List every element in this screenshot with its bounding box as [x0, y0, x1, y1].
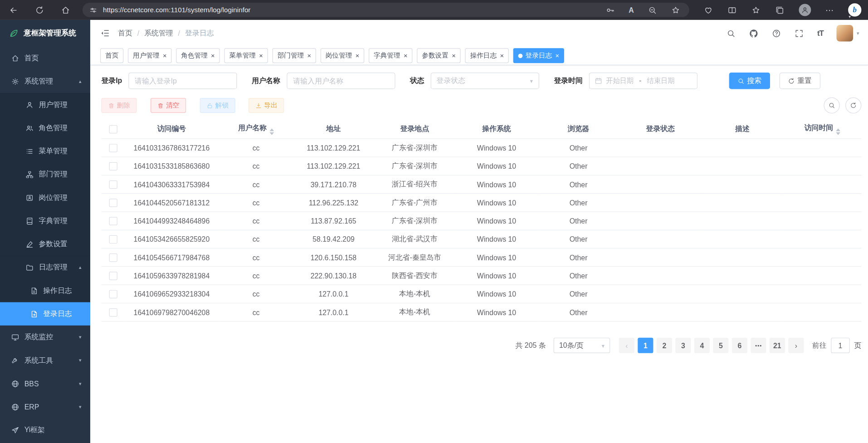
browser-menu-icon[interactable]: ⋯: [825, 6, 834, 14]
row-checkbox[interactable]: [109, 290, 117, 298]
collections-icon[interactable]: [775, 5, 785, 15]
browser-essentials-icon[interactable]: [704, 5, 713, 15]
sidebar-item[interactable]: 系统监控 ▾: [0, 326, 90, 349]
sidebar-item[interactable]: ERP ▾: [0, 395, 90, 419]
sidebar-item[interactable]: 登录日志: [0, 302, 90, 326]
close-icon[interactable]: ×: [211, 52, 215, 59]
help-icon[interactable]: [772, 29, 781, 38]
page-button[interactable]: 4: [694, 338, 710, 353]
avatar[interactable]: [837, 25, 853, 42]
close-icon[interactable]: ×: [356, 52, 360, 59]
table-row[interactable]: 1641044520567181312 cc 112.96.225.132 广东…: [101, 194, 861, 212]
tab[interactable]: 菜单管理 ×: [224, 48, 268, 63]
delete-button[interactable]: 删除: [101, 98, 137, 113]
close-icon[interactable]: ×: [556, 52, 560, 59]
unlock-button[interactable]: 解锁: [200, 98, 235, 113]
page-button[interactable]: 6: [732, 338, 747, 353]
search-button[interactable]: 搜索: [729, 73, 770, 89]
close-icon[interactable]: ×: [404, 52, 408, 59]
home-icon[interactable]: [61, 5, 70, 15]
sidebar-item[interactable]: 角色管理: [0, 116, 90, 139]
page-button[interactable]: ⋯: [751, 338, 766, 353]
sidebar-item[interactable]: Yi框架: [0, 419, 90, 442]
sidebar-item[interactable]: 系统管理 ▴: [0, 70, 90, 93]
sidebar-item[interactable]: 字典管理: [0, 209, 90, 232]
table-row[interactable]: 1641054566717984768 cc 120.6.150.158 河北省…: [101, 248, 861, 266]
close-icon[interactable]: ×: [500, 52, 504, 59]
login-ip-input[interactable]: [128, 73, 237, 89]
row-checkbox[interactable]: [109, 144, 117, 152]
zoom-out-icon[interactable]: [648, 5, 657, 15]
tab[interactable]: 操作日志 ×: [465, 48, 509, 63]
row-checkbox[interactable]: [109, 308, 117, 316]
fullscreen-icon[interactable]: [795, 29, 804, 38]
user-menu[interactable]: ▾: [837, 25, 859, 42]
read-aloud-icon[interactable]: A: [629, 6, 634, 14]
sidebar-item[interactable]: 首页: [0, 47, 90, 70]
refresh-table-button[interactable]: [845, 97, 861, 113]
row-checkbox[interactable]: [109, 162, 117, 170]
profile-avatar[interactable]: [799, 4, 811, 16]
password-key-icon[interactable]: [605, 5, 615, 15]
url-text[interactable]: https://ccnetcore.com:1101/system/log/lo…: [103, 6, 600, 14]
table-row[interactable]: 1641069652933218304 cc 127.0.0.1 本地-本机 W…: [101, 285, 861, 303]
tab[interactable]: 首页: [100, 48, 123, 63]
font-size-icon[interactable]: tT: [817, 29, 824, 38]
sidebar-item[interactable]: 用户管理: [0, 93, 90, 116]
sidebar-item[interactable]: 日志管理 ▴: [0, 256, 90, 279]
sidebar-item[interactable]: BBS ▾: [0, 372, 90, 395]
col-user[interactable]: 用户名称: [219, 120, 293, 139]
sidebar-item[interactable]: 部门管理: [0, 163, 90, 186]
sort-caret-icon[interactable]: [269, 128, 274, 135]
prev-page-button[interactable]: ‹: [619, 338, 634, 353]
goto-page-input[interactable]: [831, 338, 850, 353]
select-all-checkbox[interactable]: [109, 125, 117, 133]
copilot-bing-button[interactable]: b ▾: [848, 3, 861, 16]
page-button[interactable]: 21: [770, 338, 785, 353]
table-row[interactable]: 1641053426655825920 cc 58.19.42.209 湖北省-…: [101, 230, 861, 248]
breadcrumb-system[interactable]: 系统管理: [144, 28, 173, 38]
sort-caret-icon[interactable]: [836, 128, 840, 135]
sidebar-item[interactable]: 菜单管理: [0, 140, 90, 163]
close-icon[interactable]: ×: [163, 52, 167, 59]
show-search-button[interactable]: [824, 97, 839, 113]
close-icon[interactable]: ×: [307, 52, 312, 59]
col-time[interactable]: 访问时间: [783, 120, 861, 139]
reset-button[interactable]: 重置: [779, 73, 820, 89]
date-range-picker[interactable]: 开始日期 - 结束日期: [589, 73, 697, 89]
next-page-button[interactable]: ›: [788, 338, 804, 353]
table-row[interactable]: 1641031367863177216 cc 113.102.129.221 广…: [101, 139, 861, 157]
row-checkbox[interactable]: [109, 253, 117, 262]
row-checkbox[interactable]: [109, 235, 117, 243]
sidebar-item[interactable]: 系统工具 ▾: [0, 349, 90, 372]
table-row[interactable]: 1641043063331753984 cc 39.171.210.78 浙江省…: [101, 175, 861, 193]
page-size-select[interactable]: 10条/页 ▾: [554, 338, 610, 353]
tab[interactable]: 用户管理 ×: [128, 48, 171, 63]
split-screen-icon[interactable]: [727, 5, 737, 15]
row-checkbox[interactable]: [109, 272, 117, 280]
sidebar-item[interactable]: 参数设置: [0, 233, 90, 256]
table-row[interactable]: 1641059633978281984 cc 222.90.130.18 陕西省…: [101, 267, 861, 285]
page-button[interactable]: 5: [713, 338, 728, 353]
clear-button[interactable]: 清空: [151, 98, 186, 113]
page-button[interactable]: 3: [675, 338, 691, 353]
table-row[interactable]: 1641031533185863680 cc 113.102.129.221 广…: [101, 157, 861, 175]
sidebar-item[interactable]: 操作日志: [0, 279, 90, 302]
row-checkbox[interactable]: [109, 180, 117, 189]
export-button[interactable]: 导出: [249, 98, 284, 113]
breadcrumb-home[interactable]: 首页: [118, 28, 132, 38]
tab[interactable]: 角色管理 ×: [176, 48, 219, 63]
sidebar-toggle-icon[interactable]: [100, 28, 110, 38]
app-logo[interactable]: 意框架管理系统: [0, 20, 90, 47]
row-checkbox[interactable]: [109, 199, 117, 207]
github-icon[interactable]: [749, 29, 759, 38]
site-permissions-icon[interactable]: [89, 6, 98, 14]
tab[interactable]: 登录日志 ×: [513, 48, 564, 63]
page-button[interactable]: 2: [657, 338, 672, 353]
tab[interactable]: 岗位管理 ×: [321, 48, 364, 63]
close-icon[interactable]: ×: [259, 52, 263, 59]
add-favorite-star-icon[interactable]: [671, 5, 680, 15]
search-icon[interactable]: [727, 29, 736, 38]
status-select[interactable]: 登录状态 ▾: [430, 73, 539, 89]
back-icon[interactable]: [9, 5, 19, 15]
